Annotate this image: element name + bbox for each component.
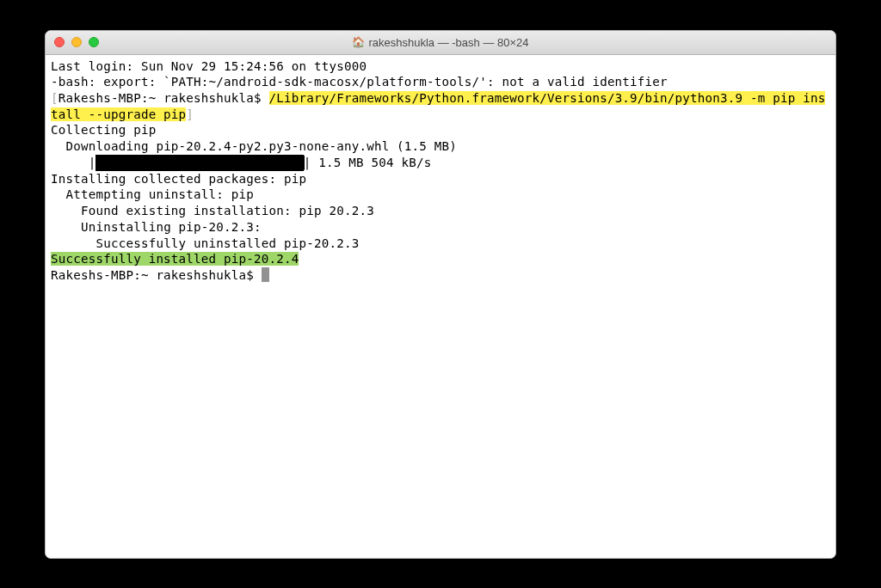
title-text: rakeshshukla — -bash — 80×24: [368, 36, 528, 49]
terminal-window: 🏠 rakeshshukla — -bash — 80×24 Last logi…: [45, 30, 836, 559]
bash-error-line: -bash: export: `PATH:~/android-sdk-macos…: [51, 75, 668, 89]
prompt-1: Rakeshs-MBP:~ rakeshshukla$: [59, 91, 269, 105]
installing-line: Installing collected packages: pip: [51, 172, 306, 186]
window-title: 🏠 rakeshshukla — -bash — 80×24: [46, 36, 835, 49]
uninstalling-line: Uninstalling pip-20.2.3:: [51, 220, 262, 234]
prompt-bracket-open: [: [51, 91, 59, 105]
terminal-body[interactable]: Last login: Sun Nov 29 15:24:56 on ttys0…: [46, 55, 835, 558]
titlebar[interactable]: 🏠 rakeshshukla — -bash — 80×24: [46, 31, 835, 55]
close-button[interactable]: [54, 37, 65, 47]
minimize-button[interactable]: [71, 37, 82, 47]
attempting-line: Attempting uninstall: pip: [51, 187, 254, 201]
progress-bar: ████████████████████████████████: [95, 155, 303, 171]
home-icon: 🏠: [352, 36, 365, 48]
traffic-lights: [46, 37, 99, 47]
downloading-line: Downloading pip-20.2.4-py2.py3-none-any.…: [51, 139, 457, 153]
progress-prefix: |: [51, 156, 95, 169]
cursor: [262, 267, 269, 282]
maximize-button[interactable]: [89, 37, 99, 47]
collecting-line: Collecting pip: [51, 123, 156, 137]
success-install-line: Successfully installed pip-20.2.4: [51, 252, 299, 266]
progress-suffix: | 1.5 MB 504 kB/s: [304, 156, 432, 169]
last-login-line: Last login: Sun Nov 29 15:24:56 on ttys0…: [51, 59, 367, 73]
prompt-bracket-close: ]: [186, 107, 194, 121]
prompt-2: Rakeshs-MBP:~ rakeshshukla$: [51, 268, 262, 282]
success-uninstall-line: Successfully uninstalled pip-20.2.3: [51, 236, 359, 250]
found-line: Found existing installation: pip 20.2.3: [51, 204, 374, 217]
